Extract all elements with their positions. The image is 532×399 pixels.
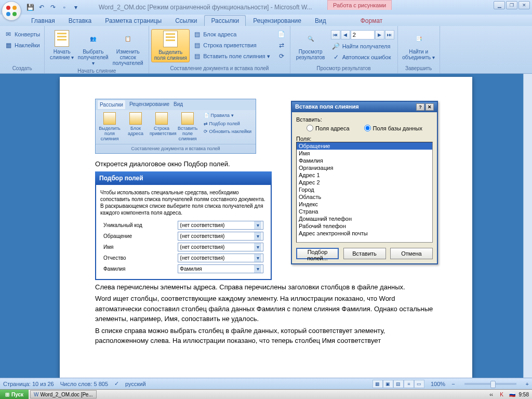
doc-paragraph: В списке справа можно выбрать столбец в … <box>95 326 437 346</box>
merge-field-item[interactable]: Адрес электронной почты <box>297 230 432 237</box>
highlight-merge-fields-button[interactable]: Выделить поля слияния <box>151 29 190 62</box>
tab-references[interactable]: Ссылки <box>169 16 203 26</box>
merge-field-item[interactable]: Фамилия <box>297 157 432 164</box>
status-language[interactable]: русский <box>125 381 145 387</box>
merge-field-item[interactable]: Область <box>297 193 432 201</box>
merge-field-item[interactable]: Домашний телефон <box>297 215 432 222</box>
tab-home[interactable]: Главная <box>25 16 61 26</box>
radio-address-fields[interactable]: Поля адреса <box>307 125 350 131</box>
merge-field-item[interactable]: Рабочий телефон <box>297 222 432 230</box>
address-icon: ▤ <box>193 30 201 38</box>
windows-icon: ⊞ <box>5 392 9 397</box>
zoom-out-button[interactable]: − <box>451 381 455 387</box>
merge-field-item[interactable]: Адрес 1 <box>297 171 432 179</box>
rules-button[interactable]: 📄 <box>275 29 288 39</box>
preview-results-button[interactable]: 🔍Просмотр результатов <box>292 29 329 61</box>
embedded-ribbon-image: Рассылки Рецензирование Вид Выделить пол… <box>95 99 256 154</box>
nav-prev-button[interactable]: ◀ <box>341 30 350 39</box>
start-button[interactable]: ⊞Пуск <box>0 390 29 399</box>
qat-save-icon[interactable]: 💾 <box>25 2 35 12</box>
dialog-close-button[interactable]: ✕ <box>425 103 434 111</box>
match-fields-dialog-button[interactable]: Подбор полей... <box>296 248 339 259</box>
restore-button[interactable]: ❐ <box>506 1 517 9</box>
view-outline[interactable]: ≡ <box>404 380 414 388</box>
cancel-button[interactable]: Отмена <box>390 248 433 259</box>
insert-label: Вставить: <box>296 116 433 123</box>
radio-database-fields[interactable]: Поля базы данных <box>364 125 422 131</box>
merge-field-item[interactable]: Адрес 2 <box>297 179 432 186</box>
auto-check-button[interactable]: ✓Автопоиск ошибок <box>330 52 395 62</box>
close-button[interactable]: ✕ <box>518 1 530 9</box>
qat-new-icon[interactable]: ▫ <box>59 2 70 12</box>
tray-lang-icon[interactable]: 🇷🇺 <box>509 391 516 398</box>
merge-field-item[interactable]: Индекс <box>297 201 432 208</box>
finish-icon: 📑 <box>410 30 427 47</box>
match-icon: ⇄ <box>277 41 286 49</box>
tab-review[interactable]: Рецензирование <box>247 16 308 26</box>
nav-first-button[interactable]: ⏮ <box>331 30 340 39</box>
find-recipient-button[interactable]: 🔎Найти получателя <box>330 41 395 51</box>
tab-mailings[interactable]: Рассылки <box>204 15 246 26</box>
zoom-percent[interactable]: 100% <box>431 381 445 387</box>
zoom-slider[interactable] <box>464 383 516 385</box>
status-spell-icon[interactable]: ✓ <box>114 380 119 387</box>
greeting-icon: ▤ <box>193 41 201 49</box>
view-draft[interactable]: ▭ <box>414 380 424 388</box>
qat-redo-icon[interactable]: ↷ <box>48 2 58 12</box>
view-web[interactable]: ▤ <box>393 380 404 388</box>
merge-field-item[interactable]: Город <box>297 186 432 193</box>
match-fields-button[interactable]: ⇄ <box>275 40 288 50</box>
labels-button[interactable]: ▦Наклейки <box>2 40 42 50</box>
svg-point-2 <box>6 12 10 16</box>
select-recipients-button[interactable]: 👥Выбрать получателей ▾ <box>78 29 108 67</box>
minimize-button[interactable]: ▁ <box>494 1 505 9</box>
vertical-scrollbar[interactable] <box>523 74 532 378</box>
office-button[interactable] <box>2 1 21 21</box>
envelopes-button[interactable]: ✉Конверты <box>2 29 42 39</box>
status-page[interactable]: Страница: 10 из 26 <box>3 381 54 387</box>
taskbar: ⊞Пуск WWord_2_OM.doc [Ре... ‹‹ K 🇷🇺 9:58 <box>0 389 532 399</box>
status-bar: Страница: 10 из 26 Число слов: 5 805 ✓ р… <box>0 378 532 389</box>
tab-format[interactable]: Формат <box>354 16 389 26</box>
tray-kaspersky-icon[interactable]: K <box>498 391 506 398</box>
tray-clock[interactable]: 9:58 <box>519 392 529 397</box>
greeting-line-button[interactable]: ▤Строка приветствия <box>191 40 272 50</box>
qat-undo-icon[interactable]: ↶ <box>36 2 47 12</box>
merge-fields-listbox[interactable]: ОбращениеИмяФамилияОрганизацияАдрес 1Адр… <box>296 142 433 243</box>
address-block-button[interactable]: ▤Блок адреса <box>191 29 272 39</box>
tray-chevron-icon[interactable]: ‹‹ <box>488 391 495 398</box>
insert-merge-field-button[interactable]: ▤Вставить поле слияния ▾ <box>191 51 272 61</box>
svg-point-0 <box>6 6 10 10</box>
view-print-layout[interactable]: ▦ <box>373 380 383 388</box>
tab-page-layout[interactable]: Разметка страницы <box>99 16 168 26</box>
group-finish-label: Завершить <box>400 64 437 72</box>
context-tab-pictures[interactable]: Работа с рисунками <box>327 0 392 10</box>
recipients-icon: 👥 <box>85 30 101 47</box>
group-create-label: Создать <box>2 64 42 72</box>
insert-field-icon: ▤ <box>193 52 201 60</box>
zoom-in-button[interactable]: + <box>526 381 529 387</box>
status-words[interactable]: Число слов: 5 805 <box>60 381 108 387</box>
merge-field-item[interactable]: Организация <box>297 164 432 171</box>
view-fullscreen[interactable]: ▣ <box>383 380 393 388</box>
highlight-icon <box>162 31 179 47</box>
update-labels-button[interactable]: ⟳ <box>275 51 288 61</box>
merge-field-item[interactable]: Обращение <box>297 142 432 150</box>
tab-view[interactable]: Вид <box>309 16 332 26</box>
nav-last-button[interactable]: ⏭ <box>385 30 394 39</box>
merge-field-item[interactable]: Имя <box>297 150 432 157</box>
start-merge-button[interactable]: Начать слияние ▾ <box>47 29 77 61</box>
qat-dropdown-icon[interactable]: ▾ <box>71 2 81 12</box>
record-number-input[interactable] <box>351 30 375 39</box>
tab-insert[interactable]: Вставка <box>62 16 98 26</box>
ribbon: ✉Конверты ▦Наклейки Создать Начать слиян… <box>0 26 532 74</box>
merge-field-item[interactable]: Страна <box>297 208 432 215</box>
finish-merge-button[interactable]: 📑Найти и объединить ▾ <box>400 29 437 61</box>
edit-recipients-button[interactable]: 📋Изменить список получателей <box>109 29 147 67</box>
dialog-help-button[interactable]: ? <box>416 103 424 111</box>
preview-icon: 🔍 <box>302 30 319 47</box>
nav-next-button[interactable]: ▶ <box>375 30 384 39</box>
insert-button[interactable]: Вставить <box>343 248 386 259</box>
taskbar-item-word[interactable]: WWord_2_OM.doc [Ре... <box>30 390 97 398</box>
rules-icon: 📄 <box>277 30 286 38</box>
